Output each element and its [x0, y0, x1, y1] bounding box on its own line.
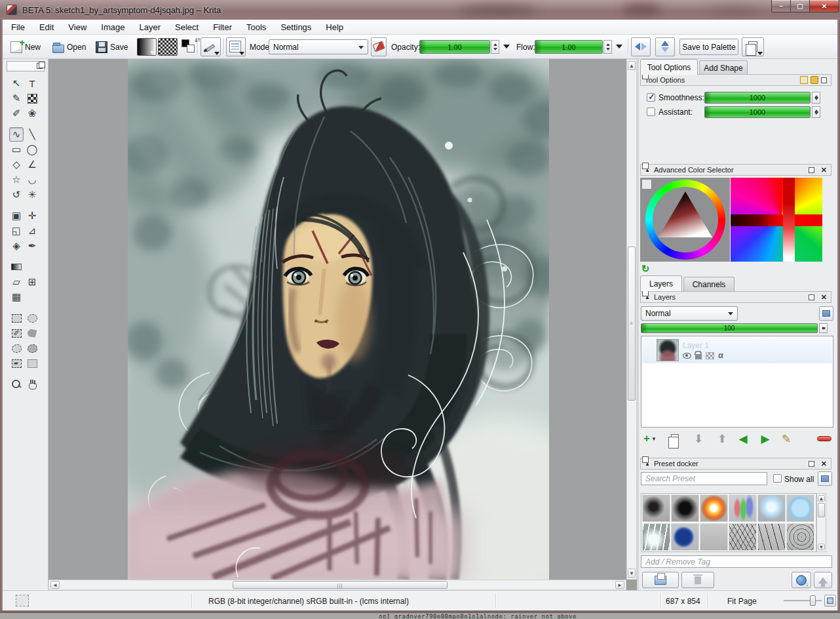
- background-color-swatch[interactable]: [187, 45, 195, 52]
- menu-layer[interactable]: Layer: [132, 20, 168, 34]
- perspective-grid-tool[interactable]: ⊞: [25, 275, 39, 289]
- horizontal-scroll-thumb[interactable]: |||: [233, 581, 448, 589]
- layer-thumbnail[interactable]: [657, 339, 679, 361]
- layer-lock-icon[interactable]: [695, 354, 702, 359]
- preset-swirl-lines[interactable]: [786, 523, 814, 551]
- spiral-tool[interactable]: ↺: [9, 188, 24, 202]
- vertical-scrollbar[interactable]: ▲ ▼ ≡: [626, 59, 637, 580]
- grid-tool[interactable]: ▦: [9, 290, 24, 304]
- toolbox-titlebar[interactable]: [7, 61, 45, 71]
- menu-filter[interactable]: Filter: [206, 20, 239, 34]
- duplicate-button[interactable]: [742, 37, 764, 56]
- preset-delete-button[interactable]: [681, 572, 714, 588]
- close-icon[interactable]: ✕: [821, 166, 827, 174]
- layer-opacity-spinner[interactable]: [819, 323, 828, 333]
- float-icon[interactable]: [821, 77, 827, 83]
- opacity-spinner[interactable]: [491, 40, 499, 54]
- freehand-brush-tool[interactable]: ∿: [9, 127, 24, 142]
- close-icon[interactable]: ✕: [821, 460, 827, 468]
- gradient-tool[interactable]: [9, 260, 24, 274]
- preset-scroll-thumb[interactable]: [818, 503, 825, 517]
- color-selector-header[interactable]: ▲ Advanced Color Selector ✕: [640, 164, 831, 176]
- line-tool[interactable]: ╲: [25, 127, 39, 142]
- tab-add-shape[interactable]: Add Shape: [699, 60, 748, 75]
- delete-layer-button[interactable]: [814, 430, 834, 447]
- scroll-down-arrow[interactable]: ▼: [628, 569, 636, 578]
- slider-smoothness[interactable]: 1000: [704, 92, 811, 104]
- ruler-tool[interactable]: ▱: [9, 275, 24, 289]
- hue-ring[interactable]: [645, 180, 725, 260]
- close-button[interactable]: ✕: [809, 0, 839, 12]
- layer-view-options-button[interactable]: [819, 306, 833, 321]
- polyline-tool[interactable]: ∠: [25, 157, 39, 172]
- duplicate-layer-button[interactable]: [665, 430, 685, 447]
- float-icon[interactable]: [809, 294, 814, 300]
- preset-soft-dot-large[interactable]: [671, 494, 699, 522]
- rectangle-tool[interactable]: ▭: [9, 142, 24, 157]
- float-icon[interactable]: [37, 63, 43, 69]
- artistic-color-tool[interactable]: ❀: [25, 106, 39, 121]
- polygonal-select-tool[interactable]: [25, 326, 39, 340]
- maximize-button[interactable]: ▢: [791, 0, 809, 12]
- zoom-tool[interactable]: [9, 377, 24, 391]
- fill-tool[interactable]: ◈: [9, 239, 24, 253]
- elliptical-select-tool[interactable]: [25, 311, 39, 325]
- minimize-button[interactable]: –: [771, 0, 791, 12]
- preset-scrollbar[interactable]: ▲ ▼: [816, 493, 826, 552]
- brush-settings-button[interactable]: [226, 37, 246, 56]
- move-layer-up-button[interactable]: ⬆: [712, 430, 732, 447]
- layer-name[interactable]: Layer 1: [683, 341, 723, 350]
- tag-input[interactable]: Add / Remove Tag: [641, 555, 832, 568]
- star-tool[interactable]: ☆: [9, 172, 24, 187]
- brush-preset-button[interactable]: [200, 37, 221, 56]
- canvas-artwork[interactable]: [128, 59, 549, 580]
- similar-select-tool[interactable]: [25, 341, 39, 355]
- preset-plain-gray[interactable]: [700, 523, 728, 551]
- scroll-down-arrow[interactable]: ▼: [818, 544, 825, 550]
- layer-opacity-slider[interactable]: 100: [641, 323, 818, 333]
- color-picker-tool[interactable]: ✒: [25, 239, 39, 253]
- app-icon[interactable]: [7, 5, 17, 15]
- menu-select[interactable]: Select: [168, 20, 206, 34]
- shade-selector[interactable]: [731, 178, 822, 262]
- move-tool[interactable]: ✛: [25, 209, 39, 223]
- tool-options-header[interactable]: Tool Options: [640, 74, 831, 86]
- edit-shapes-tool[interactable]: ✎: [9, 91, 24, 106]
- save-button[interactable]: Save: [93, 38, 130, 56]
- preset-view-options-button[interactable]: [818, 471, 832, 486]
- preset-pencil-scribble[interactable]: [729, 523, 757, 551]
- text-tool[interactable]: T: [25, 76, 39, 90]
- close-icon[interactable]: ✕: [821, 293, 827, 302]
- pan-tool[interactable]: [25, 377, 39, 391]
- checkbox-smoothness[interactable]: [647, 93, 655, 102]
- hue-ring-selector[interactable]: [640, 178, 730, 262]
- mirror-vertical-button[interactable]: [655, 37, 675, 56]
- move-layer-down-button[interactable]: ⬇: [689, 430, 708, 447]
- move-layer-left-button[interactable]: ◀: [733, 430, 753, 447]
- menu-view[interactable]: View: [61, 20, 94, 34]
- preset-fire-burst[interactable]: [700, 494, 728, 522]
- transform-tool[interactable]: ◱: [9, 224, 24, 238]
- curve-tool[interactable]: ◡: [25, 172, 39, 187]
- tab-tool-options[interactable]: Tool Options: [640, 59, 698, 75]
- rectangular-select-tool[interactable]: [9, 311, 24, 325]
- preset-ink-blob[interactable]: [671, 523, 699, 551]
- get-resources-button[interactable]: [792, 572, 811, 588]
- open-button[interactable]: Open: [50, 38, 88, 56]
- scroll-left-arrow[interactable]: ◄: [50, 581, 60, 589]
- zoom-slider-track[interactable]: [784, 600, 822, 601]
- add-layer-button[interactable]: +▼: [640, 430, 660, 447]
- settings-wrench-icon[interactable]: [641, 179, 652, 190]
- pattern-selector[interactable]: [158, 38, 178, 56]
- show-all-checkbox[interactable]: [773, 474, 782, 483]
- preset-glow-squiggle[interactable]: [642, 523, 670, 551]
- calligraphy-tool[interactable]: ✐: [9, 106, 24, 121]
- preset-sketch-lines[interactable]: [757, 523, 786, 551]
- scroll-up-arrow[interactable]: ▲: [818, 495, 825, 502]
- preset-blue-round[interactable]: [786, 494, 814, 522]
- float-icon[interactable]: [809, 461, 814, 467]
- refresh-icon[interactable]: ↻: [640, 264, 651, 274]
- scroll-right-arrow[interactable]: ►: [615, 581, 624, 589]
- select-shapes-tool[interactable]: ↖: [9, 76, 24, 90]
- menu-file[interactable]: File: [4, 20, 32, 34]
